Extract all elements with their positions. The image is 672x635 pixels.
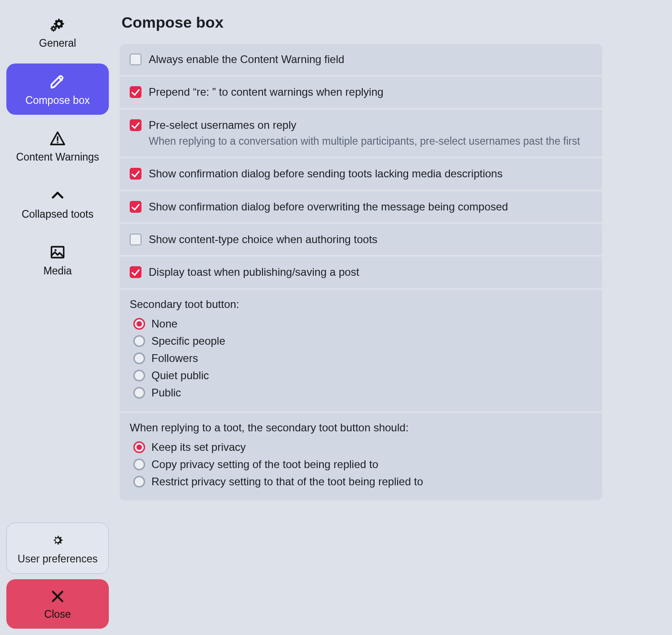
radio[interactable] [133, 476, 145, 488]
svg-point-3 [54, 249, 57, 252]
sidebar-item-collapsed-toots[interactable]: Collapsed toots [6, 177, 109, 229]
radio-label: Copy privacy setting of the toot being r… [151, 458, 378, 471]
sidebar-item-label: General [39, 37, 76, 50]
sidebar-nav: General Compose box Content Warnings Col… [6, 6, 109, 517]
sidebar-item-label: Collapsed toots [22, 208, 94, 221]
radio-label: Followers [151, 352, 198, 365]
radio-label: Public [151, 386, 181, 399]
checkbox[interactable] [130, 234, 141, 245]
option-label: Pre-select usernames on reply [149, 118, 592, 132]
option-preselect-usernames[interactable]: Pre-select usernames on reply When reply… [120, 110, 602, 158]
radio[interactable] [133, 459, 145, 470]
radio-label: Specific people [151, 335, 225, 347]
radio[interactable] [133, 370, 145, 381]
gear-icon [49, 532, 66, 548]
close-icon [49, 588, 66, 605]
radio-option-restrict[interactable]: Restrict privacy setting to that of the … [130, 473, 592, 490]
radio[interactable] [133, 441, 145, 453]
secondary-toot-button-group: Secondary toot button: NoneSpecific peop… [120, 290, 602, 413]
radio-option-keep[interactable]: Keep its set privacy [130, 439, 592, 456]
warning-icon [49, 130, 66, 147]
option-always-cw[interactable]: Always enable the Content Warning field [120, 44, 602, 77]
group-title: Secondary toot button: [130, 298, 592, 311]
gears-icon [49, 16, 66, 33]
option-confirm-overwrite[interactable]: Show confirmation dialog before overwrit… [120, 191, 602, 224]
radio[interactable] [133, 318, 145, 330]
page-title: Compose box [122, 14, 602, 31]
user-preferences-label: User preferences [18, 553, 97, 565]
radio-option-quiet[interactable]: Quiet public [130, 367, 592, 384]
radio-option-public[interactable]: Public [130, 384, 592, 401]
radio[interactable] [133, 387, 145, 399]
option-label: Show content-type choice when authoring … [149, 232, 592, 247]
radio-option-none[interactable]: None [130, 315, 592, 332]
close-label: Close [44, 608, 71, 620]
option-label: Display toast when publishing/saving a p… [149, 265, 592, 279]
option-label: Prepend “re: ” to content warnings when … [149, 85, 592, 99]
settings-panel: Always enable the Content Warning field … [120, 44, 602, 500]
radio-option-followers[interactable]: Followers [130, 350, 592, 367]
option-label: Always enable the Content Warning field [149, 52, 592, 67]
radio-option-copy[interactable]: Copy privacy setting of the toot being r… [130, 456, 592, 473]
option-confirm-no-media-desc[interactable]: Show confirmation dialog before sending … [120, 158, 602, 191]
sidebar-item-general[interactable]: General [6, 6, 109, 58]
sidebar-item-compose[interactable]: Compose box [6, 64, 109, 115]
checkbox[interactable] [130, 201, 141, 213]
image-icon [49, 244, 66, 260]
option-label: Show confirmation dialog before overwrit… [149, 200, 592, 214]
option-label: Show confirmation dialog before sending … [149, 166, 592, 181]
option-prepend-re[interactable]: Prepend “re: ” to content warnings when … [120, 77, 602, 109]
close-button[interactable]: Close [6, 579, 109, 629]
sidebar-item-content-warnings[interactable]: Content Warnings [6, 120, 109, 172]
radio-option-specific[interactable]: Specific people [130, 332, 592, 350]
radio-label: Restrict privacy setting to that of the … [151, 475, 423, 488]
radio-list: Keep its set privacyCopy privacy setting… [130, 439, 592, 490]
radio-label: Quiet public [151, 369, 209, 382]
svg-point-1 [57, 142, 58, 143]
pencil-icon [49, 73, 66, 90]
checkbox[interactable] [130, 119, 141, 131]
sidebar-item-label: Content Warnings [16, 151, 99, 164]
checkbox[interactable] [130, 54, 141, 65]
radio-label: Keep its set privacy [151, 441, 246, 454]
checkbox[interactable] [130, 266, 141, 278]
checkbox[interactable] [130, 168, 141, 180]
option-display-toast[interactable]: Display toast when publishing/saving a p… [120, 257, 602, 289]
radio[interactable] [133, 335, 145, 347]
group-title: When replying to a toot, the secondary t… [130, 421, 592, 434]
reply-privacy-group: When replying to a toot, the secondary t… [120, 413, 602, 500]
radio-list: NoneSpecific peopleFollowersQuiet public… [130, 315, 592, 401]
option-description: When replying to a conversation with mul… [149, 134, 592, 148]
sidebar-item-label: Media [44, 265, 72, 278]
sidebar: General Compose box Content Warnings Col… [6, 6, 109, 629]
radio[interactable] [133, 352, 145, 364]
checkbox[interactable] [130, 86, 141, 98]
option-content-type-choice[interactable]: Show content-type choice when authoring … [120, 224, 602, 257]
sidebar-item-label: Compose box [25, 94, 90, 107]
main-content: Compose box Always enable the Content Wa… [120, 6, 666, 629]
sidebar-item-media[interactable]: Media [6, 234, 109, 286]
radio-label: None [151, 318, 177, 330]
chevron-up-icon [49, 187, 66, 204]
user-preferences-button[interactable]: User preferences [6, 523, 109, 574]
